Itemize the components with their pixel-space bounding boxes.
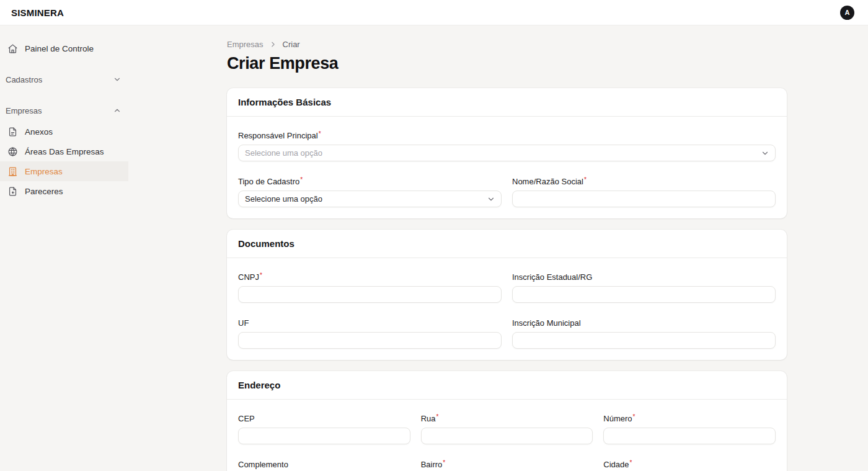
sidebar-item-label: Anexos (25, 127, 53, 137)
field-label: Cidade* (603, 460, 776, 469)
field-label: Inscrição Estadual/RG (512, 272, 776, 282)
select-value: Selecione uma opção (245, 194, 322, 204)
field-label: CNPJ* (238, 272, 502, 282)
main-content: Empresas Criar Criar Empresa Informações… (128, 25, 868, 471)
sidebar-item-label: Painel de Controle (25, 44, 94, 53)
card-documentos: Documentos CNPJ* Inscrição Estadual/RG U (227, 230, 787, 360)
field-label: Inscrição Municipal (512, 318, 776, 328)
field-label: Rua* (421, 414, 593, 423)
field-cidade: Cidade* (603, 460, 776, 471)
required-marker: * (584, 176, 587, 183)
sidebar-item-anexos[interactable]: Anexos (0, 122, 128, 141)
chevron-down-icon (761, 149, 769, 158)
sidebar-section-cadastros[interactable]: Cadastros (0, 70, 128, 89)
field-complemento: Complemento (238, 460, 410, 471)
chevron-right-icon (269, 40, 277, 48)
sidebar-item-label: Áreas Das Empresas (25, 147, 104, 156)
field-cep: CEP (238, 414, 410, 444)
sidebar-section-label: Cadastros (6, 75, 42, 84)
tipo-de-cadastro-select[interactable]: Selecione uma opção (238, 191, 502, 207)
responsavel-principal-select[interactable]: Selecione uma opção (238, 145, 776, 161)
sidebar-item-label: Pareceres (25, 187, 63, 196)
card-title: Documentos (227, 230, 787, 258)
field-nome-razao-social: Nome/Razão Social* (512, 177, 776, 207)
inscricao-municipal-input[interactable] (512, 332, 776, 349)
field-inscricao-municipal: Inscrição Municipal (512, 318, 776, 349)
app-logo[interactable]: SISMINERA (11, 7, 64, 18)
uf-input[interactable] (238, 332, 502, 349)
card-endereco: Endereço CEP Rua* Número* (227, 371, 787, 471)
required-marker: * (300, 176, 303, 183)
field-label: Número* (603, 414, 776, 423)
building-icon (7, 166, 18, 177)
rua-input[interactable] (421, 428, 593, 444)
field-rua: Rua* (421, 414, 593, 444)
required-marker: * (436, 413, 439, 420)
cep-input[interactable] (238, 428, 410, 444)
sidebar: Painel de Controle Cadastros Empresas An (0, 25, 128, 471)
required-marker: * (633, 413, 636, 420)
sidebar-section-label: Empresas (6, 106, 42, 115)
field-cnpj: CNPJ* (238, 272, 502, 303)
sidebar-item-areas-das-empresas[interactable]: Áreas Das Empresas (0, 141, 128, 161)
field-tipo-de-cadastro: Tipo de Cadastro* Selecione uma opção (238, 177, 502, 207)
field-label: CEP (238, 414, 410, 423)
breadcrumb: Empresas Criar (227, 40, 787, 49)
sidebar-item-painel-de-controle[interactable]: Painel de Controle (0, 38, 128, 58)
numero-input[interactable] (603, 428, 776, 444)
inscricao-estadual-rg-input[interactable] (512, 286, 776, 303)
globe-icon (7, 146, 18, 157)
file-icon (7, 127, 18, 137)
field-label: Bairro* (421, 460, 593, 469)
required-marker: * (630, 459, 632, 466)
required-marker: * (319, 130, 321, 137)
field-label: Responsável Principal* (238, 131, 776, 140)
cnpj-input[interactable] (238, 286, 502, 303)
chevron-down-icon (487, 195, 495, 204)
field-inscricao-estadual-rg: Inscrição Estadual/RG (512, 272, 776, 303)
field-numero: Número* (603, 414, 776, 444)
field-label: UF (238, 318, 502, 328)
sidebar-section-empresas[interactable]: Empresas (0, 101, 128, 120)
nome-razao-social-input[interactable] (512, 191, 776, 207)
field-label: Nome/Razão Social* (512, 177, 776, 186)
page-title: Criar Empresa (227, 54, 787, 73)
field-responsavel-principal: Responsável Principal* Selecione uma opç… (238, 131, 776, 161)
field-bairro: Bairro* (421, 460, 593, 471)
required-marker: * (260, 272, 262, 279)
sidebar-item-pareceres[interactable]: Pareceres (0, 181, 128, 201)
breadcrumb-item-criar: Criar (283, 40, 300, 49)
topbar: SISMINERA A (0, 0, 868, 25)
file-reply-icon (7, 186, 18, 197)
sidebar-submenu: Anexos Áreas Das Empresas Empresas (0, 122, 128, 201)
user-avatar[interactable]: A (840, 6, 854, 20)
field-label: Complemento (238, 460, 410, 469)
field-label: Tipo de Cadastro* (238, 177, 502, 186)
chevron-down-icon (113, 75, 122, 84)
card-title: Informações Básicas (227, 88, 787, 117)
breadcrumb-item-empresas[interactable]: Empresas (227, 40, 264, 49)
field-uf: UF (238, 318, 502, 349)
card-title: Endereço (227, 371, 787, 400)
sidebar-item-empresas[interactable]: Empresas (0, 161, 128, 181)
select-value: Selecione uma opção (245, 148, 322, 158)
required-marker: * (443, 459, 445, 466)
sidebar-item-label: Empresas (25, 167, 63, 176)
home-icon (7, 43, 18, 54)
chevron-up-icon (113, 106, 122, 115)
card-informacoes-basicas: Informações Básicas Responsável Principa… (227, 88, 787, 218)
